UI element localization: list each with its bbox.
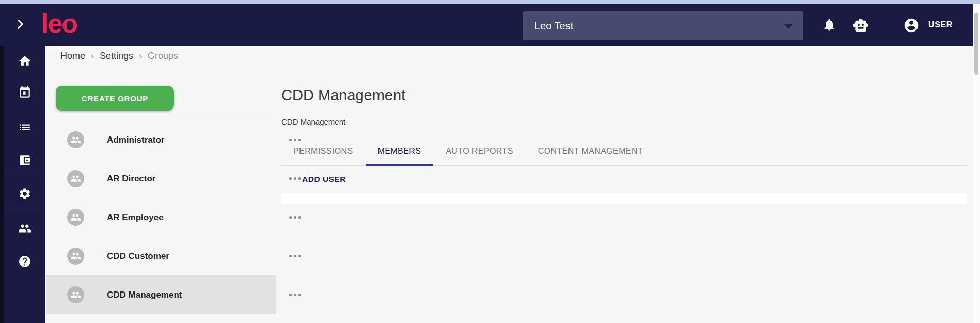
group-menu-button[interactable] xyxy=(289,176,303,181)
page-title: CDD Management xyxy=(281,87,405,104)
sidebar-item-home[interactable] xyxy=(4,48,45,74)
group-avatar xyxy=(67,131,84,148)
calendar-icon xyxy=(18,86,31,99)
top-accent-strip xyxy=(0,0,980,4)
group-name: CDD Management xyxy=(107,275,182,314)
group-avatar xyxy=(67,209,84,226)
sidebar-edge xyxy=(0,46,4,323)
sidebar-divider xyxy=(4,207,45,207)
sidebar-item-list[interactable] xyxy=(4,114,45,141)
group-menu-button[interactable] xyxy=(289,253,303,258)
group-row-ar-director[interactable]: AR Director xyxy=(46,159,276,198)
group-avatar-icon xyxy=(70,212,81,223)
tab-auto-reports[interactable]: AUTO REPORTS xyxy=(433,137,525,165)
sidebar-item-calendar[interactable] xyxy=(4,79,45,106)
breadcrumb: Home › Settings › Groups xyxy=(60,49,178,63)
wallet-icon xyxy=(18,153,31,167)
group-row-administrator[interactable]: Administrator xyxy=(46,120,276,159)
groups-panel-divider xyxy=(46,113,276,113)
user-menu-button[interactable] xyxy=(903,17,920,34)
chevron-right-icon xyxy=(19,20,23,28)
group-name: AR Employee xyxy=(107,198,164,237)
bot-icon xyxy=(852,17,869,34)
sidebar-item-settings[interactable] xyxy=(4,180,45,207)
sidebar-divider xyxy=(4,177,45,177)
breadcrumb-groups: Groups xyxy=(148,51,178,61)
sidebar-expand-button[interactable] xyxy=(13,18,27,31)
user-menu-label[interactable]: USER xyxy=(928,4,953,46)
list-icon xyxy=(18,120,31,134)
tab-permissions[interactable]: PERMISSIONS xyxy=(281,137,366,165)
group-avatar xyxy=(67,170,84,187)
create-group-button[interactable]: CREATE GROUP xyxy=(56,86,174,111)
group-menu-button[interactable] xyxy=(289,292,303,297)
scrollbar-thumb[interactable] xyxy=(974,13,978,75)
breadcrumb-home[interactable]: Home xyxy=(60,51,85,61)
settings-icon xyxy=(18,187,31,201)
add-user-button[interactable]: ADD USER xyxy=(302,173,346,186)
group-row-ar-employee[interactable]: AR Employee xyxy=(46,198,276,237)
group-avatar-icon xyxy=(70,289,81,300)
chevron-down-icon xyxy=(784,24,793,29)
people-icon xyxy=(18,222,31,235)
assistant-bot-button[interactable] xyxy=(852,17,869,34)
group-row-cdd-customer[interactable]: CDD Customer xyxy=(46,237,276,275)
group-avatar xyxy=(67,248,84,265)
group-avatar-icon xyxy=(70,173,81,184)
members-empty-row xyxy=(281,193,967,204)
app-logo: leo xyxy=(41,3,77,43)
home-icon xyxy=(18,54,31,68)
group-avatar xyxy=(67,286,84,303)
workspace-select[interactable]: Leo Test xyxy=(523,11,803,40)
page-subtitle: CDD Management xyxy=(281,117,345,126)
help-icon xyxy=(18,255,31,268)
account-icon xyxy=(903,17,920,34)
breadcrumb-settings[interactable]: Settings xyxy=(100,51,133,61)
breadcrumb-separator: › xyxy=(91,51,94,61)
workspace-select-value: Leo Test xyxy=(534,11,573,40)
app-window: leo Leo Test USER Home › xyxy=(0,0,980,323)
group-avatar-icon xyxy=(70,134,81,145)
notifications-button[interactable] xyxy=(822,18,836,32)
group-row-cdd-management[interactable]: CDD Management xyxy=(46,275,276,314)
group-avatar-icon xyxy=(70,251,81,262)
group-name: Administrator xyxy=(107,120,164,159)
tab-content-management[interactable]: CONTENT MANAGEMENT xyxy=(526,137,655,165)
sidebar-item-wallet[interactable] xyxy=(4,147,45,174)
group-menu-button[interactable] xyxy=(289,214,303,220)
sidebar-item-help[interactable] xyxy=(4,248,45,275)
group-name: AR Director xyxy=(107,159,155,198)
breadcrumb-separator: › xyxy=(139,51,142,61)
notifications-icon xyxy=(822,18,836,32)
tab-bar: PERMISSIONS MEMBERS AUTO REPORTS CONTENT… xyxy=(281,137,967,166)
sidebar-item-people[interactable] xyxy=(4,215,45,242)
tab-members[interactable]: MEMBERS xyxy=(366,137,434,165)
group-name: CDD Customer xyxy=(107,237,169,275)
